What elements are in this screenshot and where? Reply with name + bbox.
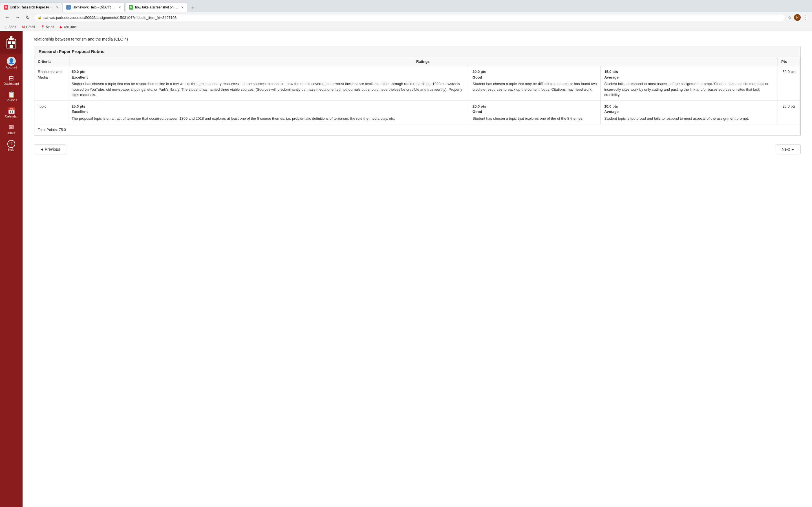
- tab-3[interactable]: G how take a screenshot on mac... ×: [125, 2, 187, 12]
- calendar-icon: 📅: [8, 107, 15, 115]
- url-text: canvas.park.edu/courses/50995/assignment…: [43, 15, 782, 20]
- reload-button[interactable]: ↻: [24, 13, 32, 21]
- inbox-label: Inbox: [8, 131, 15, 134]
- bookmark-apps[interactable]: ⊞ Apps: [3, 24, 17, 30]
- rating-cell-1-1: 50.0 pts Excellent Student has chosen a …: [68, 66, 469, 101]
- bookmark-button[interactable]: ☆: [788, 15, 792, 20]
- browser-chrome: U Unit 6: Research Paper Propo... × H Ho…: [0, 0, 812, 31]
- rating-desc-1-2: Student has chosen a topic that may be d…: [472, 82, 597, 92]
- sidebar: 👤 Account ⊟ Dashboard 📋 Courses 📅 Calend…: [0, 31, 22, 507]
- rating-cell-1-3: 15.0 pts Average Student fails to respon…: [601, 66, 778, 101]
- forward-button[interactable]: →: [13, 13, 21, 21]
- rating-pts-2-2: 20.0 pts: [472, 104, 486, 108]
- profile-button[interactable]: P: [794, 14, 801, 21]
- tab-favicon-1: U: [4, 5, 8, 10]
- rating-cell-2-3: 10.0 pts Average Student topic is too br…: [601, 101, 778, 124]
- lock-icon: 🔒: [38, 15, 42, 19]
- rating-pts-1-3: 15.0 pts: [604, 69, 618, 74]
- tab-title-3: how take a screenshot on mac...: [135, 5, 180, 9]
- rubric-container: Research Paper Proposal Rubric Criteria …: [34, 46, 801, 136]
- tab-title-1: Unit 6: Research Paper Propo...: [10, 5, 54, 9]
- next-button[interactable]: Next ►: [776, 145, 801, 154]
- criteria-cell-1: Resources and Media: [35, 66, 68, 101]
- rating-pts-1-2: 30.0 pts: [472, 69, 486, 74]
- rating-pts-2-1: 25.0 pts: [71, 104, 85, 108]
- pts-cell-1: 50.0 pts: [778, 66, 801, 101]
- url-bar[interactable]: 🔒 canvas.park.edu/courses/50995/assignme…: [34, 14, 785, 21]
- svg-rect-4: [10, 45, 13, 48]
- rating-desc-1-3: Student fails to respond to most aspects…: [604, 82, 768, 97]
- rating-pts-1-1: 50.0 pts: [71, 69, 85, 74]
- header-criteria: Criteria: [35, 57, 68, 66]
- menu-button[interactable]: ⋮: [803, 14, 809, 21]
- tab-bar: U Unit 6: Research Paper Propo... × H Ho…: [0, 0, 812, 12]
- bookmark-maps[interactable]: 📍 Maps: [40, 24, 55, 30]
- inbox-icon: ✉: [9, 124, 14, 131]
- account-label: Account: [6, 66, 17, 69]
- apps-label: Apps: [8, 25, 16, 29]
- account-icon: 👤: [7, 57, 16, 66]
- sidebar-item-help[interactable]: ? Help: [0, 137, 22, 154]
- svg-rect-3: [12, 41, 15, 44]
- calendar-label: Calendar: [5, 115, 18, 118]
- help-icon: ?: [7, 140, 15, 148]
- rating-label-2-3: Average: [604, 109, 774, 115]
- sidebar-item-courses[interactable]: 📋 Courses: [0, 88, 22, 105]
- rating-desc-1-1: Student has chosen a topic that can be r…: [71, 82, 462, 97]
- nav-buttons: ◄ Previous Next ►: [34, 145, 801, 154]
- sidebar-item-inbox[interactable]: ✉ Inbox: [0, 121, 22, 137]
- tab-title-2: Homework Help - Q&A from C...: [72, 5, 117, 9]
- maps-label: Maps: [46, 25, 54, 29]
- table-row: Resources and Media 50.0 pts Excellent S…: [35, 66, 801, 101]
- main-layout: 👤 Account ⊟ Dashboard 📋 Courses 📅 Calend…: [0, 31, 812, 507]
- sidebar-item-dashboard[interactable]: ⊟ Dashboard: [0, 72, 22, 88]
- table-header-row: Criteria Ratings Pts: [35, 57, 801, 66]
- tab-close-2[interactable]: ×: [119, 5, 121, 10]
- tab-close-3[interactable]: ×: [181, 5, 184, 10]
- logo-icon: [4, 36, 18, 49]
- rubric-title: Research Paper Proposal Rubric: [34, 46, 801, 57]
- table-row: Topic 25.0 pts Excellent The proposal to…: [35, 101, 801, 124]
- new-tab-button[interactable]: +: [189, 4, 197, 12]
- back-button[interactable]: ←: [3, 13, 11, 21]
- help-label: Help: [8, 148, 15, 151]
- rating-label-1-2: Good: [472, 75, 597, 80]
- criteria-cell-2: Topic: [35, 101, 68, 124]
- gmail-label: Gmail: [26, 25, 35, 29]
- rating-label-2-2: Good: [472, 109, 597, 115]
- svg-rect-2: [8, 41, 11, 44]
- sidebar-item-calendar[interactable]: 📅 Calendar: [0, 105, 22, 121]
- rubric-table: Criteria Ratings Pts Resources and Media…: [34, 57, 801, 136]
- rating-label-2-1: Excellent: [71, 109, 465, 115]
- courses-label: Courses: [6, 98, 17, 102]
- tab-2[interactable]: H Homework Help - Q&A from C... ×: [63, 2, 124, 12]
- tab-active[interactable]: U Unit 6: Research Paper Propo... ×: [0, 2, 62, 12]
- rating-label-1-1: Excellent: [71, 75, 465, 80]
- svg-rect-1: [9, 39, 13, 40]
- header-pts: Pts: [778, 57, 801, 66]
- dashboard-icon: ⊟: [9, 75, 14, 82]
- bookmark-youtube[interactable]: ▶ YouTube: [59, 24, 78, 30]
- previous-button[interactable]: ◄ Previous: [34, 145, 66, 154]
- total-value: 75.0: [59, 128, 66, 132]
- youtube-icon: ▶: [60, 25, 62, 29]
- apps-icon: ⊞: [4, 25, 7, 29]
- pts-cell-2: 25.0 pts: [778, 101, 801, 124]
- rating-desc-2-2: Student has chosen a topic that explores…: [472, 116, 583, 121]
- sidebar-logo: [0, 31, 22, 54]
- intro-text: relationship between terrorism and the m…: [34, 37, 801, 41]
- total-cell: Total Points: 75.0: [35, 124, 801, 136]
- address-bar: ← → ↻ 🔒 canvas.park.edu/courses/50995/as…: [0, 12, 812, 23]
- courses-icon: 📋: [8, 91, 15, 98]
- rating-cell-1-2: 30.0 pts Good Student has chosen a topic…: [469, 66, 601, 101]
- tab-favicon-2: H: [66, 5, 71, 10]
- sidebar-item-account[interactable]: 👤 Account: [0, 54, 22, 72]
- youtube-label: YouTube: [63, 25, 77, 29]
- tab-close-1[interactable]: ×: [56, 5, 58, 10]
- rating-desc-2-3: Student topic is too broad and fails to …: [604, 116, 749, 121]
- rating-cell-2-2: 20.0 pts Good Student has chosen a topic…: [469, 101, 601, 124]
- bookmark-gmail[interactable]: M Gmail: [20, 24, 36, 30]
- dashboard-label: Dashboard: [4, 82, 19, 86]
- content-area: relationship between terrorism and the m…: [22, 31, 812, 507]
- rating-pts-2-3: 10.0 pts: [604, 104, 618, 108]
